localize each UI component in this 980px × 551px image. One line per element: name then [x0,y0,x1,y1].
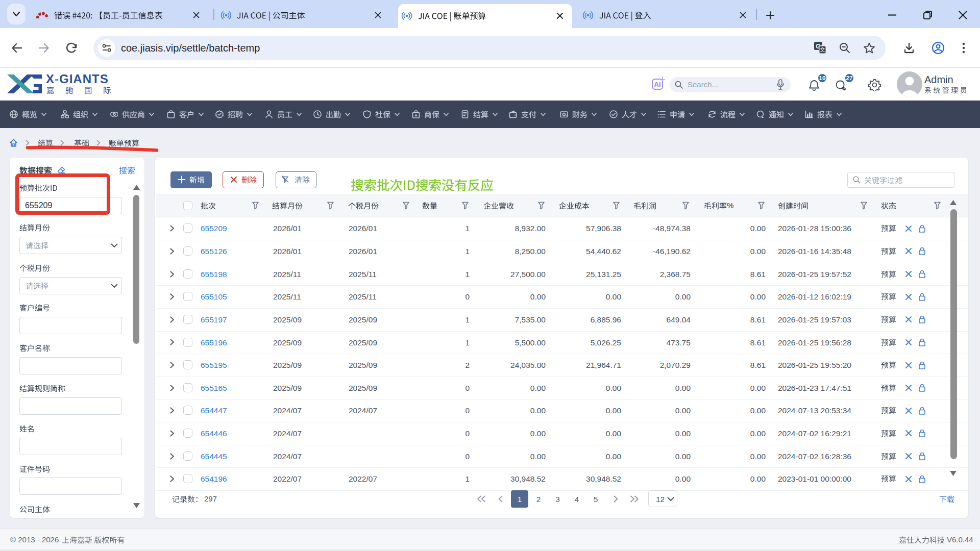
svg-text:文: 文 [820,46,825,53]
